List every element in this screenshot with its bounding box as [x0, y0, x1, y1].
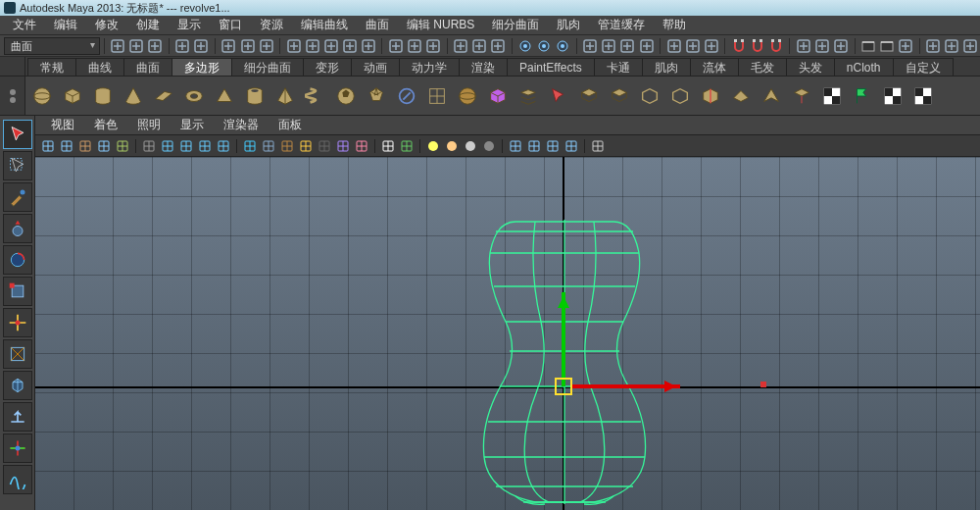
shelf-checker-3[interactable]	[908, 81, 938, 111]
camera-select-icon[interactable]	[39, 137, 57, 155]
film-icon[interactable]	[859, 37, 876, 55]
poly-count-icon[interactable]	[398, 137, 416, 155]
menu-文件[interactable]: 文件	[4, 15, 45, 35]
shelf-poly-append[interactable]	[544, 81, 573, 111]
renderer-icon[interactable]	[507, 137, 524, 155]
panel-menu-面板[interactable]: 面板	[269, 115, 312, 135]
shelf-poly-cylinder[interactable]	[88, 81, 118, 111]
playblast-icon[interactable]	[898, 37, 914, 55]
shelf-tab-多边形[interactable]: 多边形	[172, 58, 232, 76]
snap-grid-icon[interactable]	[285, 37, 302, 55]
magnet-z-icon[interactable]	[767, 37, 784, 55]
shelf-poly-soccer[interactable]	[331, 81, 361, 111]
shelf-sculpt-tool[interactable]	[392, 81, 421, 111]
redo-icon[interactable]	[193, 37, 210, 55]
menu-细分曲面[interactable]: 细分曲面	[483, 15, 548, 35]
shelf-poly-helix[interactable]	[301, 81, 330, 111]
shelf-tab-动画[interactable]: 动画	[351, 58, 400, 76]
menu-曲面[interactable]: 曲面	[357, 15, 398, 35]
shelf-poly-torus[interactable]	[179, 81, 209, 111]
save-scene-icon[interactable]	[147, 37, 164, 55]
hq-icon[interactable]	[525, 137, 543, 155]
textured-icon[interactable]	[278, 137, 296, 155]
shelf-tab-毛发[interactable]: 毛发	[738, 58, 787, 76]
panel-menu-视图[interactable]: 视图	[41, 115, 84, 135]
render-settings-icon[interactable]	[555, 37, 571, 55]
shelf-tab-变形[interactable]: 变形	[303, 58, 352, 76]
menu-资源[interactable]: 资源	[251, 15, 292, 35]
shelf-options[interactable]	[0, 76, 25, 115]
shelf-poly-prism[interactable]	[210, 81, 239, 111]
outliner-icon[interactable]	[813, 37, 830, 55]
layout-2-icon[interactable]	[601, 37, 617, 55]
magnet-y-icon[interactable]	[749, 37, 765, 55]
menu-显示[interactable]: 显示	[169, 15, 210, 35]
lasso-tool[interactable]	[3, 151, 32, 180]
shelf-poly-op-4[interactable]	[665, 81, 695, 111]
snap-plane-icon[interactable]	[341, 37, 358, 55]
shelf-tab-流体[interactable]: 流体	[690, 58, 739, 76]
expand-icon[interactable]	[925, 37, 942, 55]
mode-dropdown[interactable]: 曲面	[4, 37, 100, 55]
shelf-poly-unite[interactable]	[453, 81, 482, 111]
menu-管道缓存[interactable]: 管道缓存	[589, 15, 654, 35]
light-none-icon[interactable]	[480, 137, 498, 155]
input-ops-icon[interactable]	[452, 37, 468, 55]
safe-title-icon[interactable]	[215, 137, 232, 155]
panel-menu-显示[interactable]: 显示	[171, 115, 214, 135]
shelf-tab-曲面[interactable]: 曲面	[123, 58, 172, 76]
shelf-poly-pyramid[interactable]	[270, 81, 300, 111]
shelf-poly-op-1[interactable]	[574, 81, 604, 111]
shelf-poly-op-3[interactable]	[635, 81, 664, 111]
view-four[interactable]	[3, 434, 32, 463]
light-all-icon[interactable]	[424, 137, 442, 155]
ipr-render-icon[interactable]	[536, 37, 553, 55]
image-plane-icon[interactable]	[76, 137, 94, 155]
light-default-icon[interactable]	[443, 137, 461, 155]
magnet-x-icon[interactable]	[730, 37, 747, 55]
select-mode-icon[interactable]	[220, 37, 237, 55]
shelf-poly-platonic[interactable]	[362, 81, 391, 111]
shelf-tab-常规[interactable]: 常规	[27, 58, 76, 76]
snap-point-icon[interactable]	[322, 37, 339, 55]
rotate-tool[interactable]	[3, 245, 32, 275]
light-icon[interactable]	[297, 137, 315, 155]
shelf-tab-自定义[interactable]: 自定义	[893, 58, 954, 76]
shelf-poly-cube[interactable]	[58, 81, 87, 111]
lasso-icon[interactable]	[239, 37, 256, 55]
shelf-poly-op-6[interactable]	[726, 81, 756, 111]
shelf-poly-op-5[interactable]	[696, 81, 725, 111]
layout-1-icon[interactable]	[582, 37, 599, 55]
motion-icon[interactable]	[544, 137, 562, 155]
light-flat-icon[interactable]	[462, 137, 479, 155]
share-icon[interactable]	[589, 137, 607, 155]
shelf-checker-1[interactable]	[817, 81, 847, 111]
menu-帮助[interactable]: 帮助	[654, 15, 695, 35]
shelf-poly-op-7[interactable]	[757, 81, 786, 111]
attr-editor-icon[interactable]	[684, 37, 701, 55]
shelf-poly-highlighted[interactable]	[483, 81, 513, 111]
bookmark-icon[interactable]	[58, 137, 75, 155]
menu-肌肉[interactable]: 肌肉	[548, 15, 589, 35]
paint-tool[interactable]	[3, 182, 32, 212]
shaded-icon[interactable]	[260, 137, 277, 155]
safe-action-icon[interactable]	[196, 137, 214, 155]
menu-编辑[interactable]: 编辑	[45, 15, 86, 35]
shelf-tab-肌肉[interactable]: 肌肉	[642, 58, 691, 76]
render-icon[interactable]	[517, 37, 534, 55]
res-gate-icon[interactable]	[177, 137, 195, 155]
move-handle-y[interactable]	[562, 292, 565, 386]
viewport-persp[interactable]	[35, 157, 980, 510]
shelf-poly-plane[interactable]	[149, 81, 178, 111]
shelf-tab-nCloth[interactable]: nCloth	[834, 58, 894, 76]
shelf-poly-sphere[interactable]	[27, 81, 57, 111]
panel-menu-渲染器[interactable]: 渲染器	[214, 115, 269, 135]
menu-编辑曲线[interactable]: 编辑曲线	[292, 15, 357, 35]
ao-icon[interactable]	[563, 137, 580, 155]
scale-tool[interactable]	[3, 277, 32, 306]
film-gate-icon[interactable]	[159, 137, 176, 155]
menu-窗口[interactable]: 窗口	[210, 15, 251, 35]
new-scene-icon[interactable]	[110, 37, 126, 55]
open-scene-icon[interactable]	[128, 37, 145, 55]
shelf-tab-scroll[interactable]	[0, 57, 25, 76]
